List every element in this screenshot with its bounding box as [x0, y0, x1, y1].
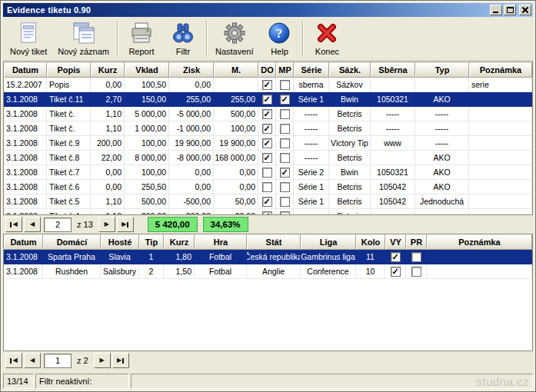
- match-row-cell-domaci: Sparta Praha: [43, 250, 101, 264]
- do-checkbox[interactable]: ✓: [262, 80, 272, 90]
- column-header-popis[interactable]: Popis: [47, 62, 91, 78]
- column-header-zisk[interactable]: Zisk: [169, 62, 214, 78]
- mp-checkbox[interactable]: [280, 80, 290, 90]
- ticket-row-cell-mp: [276, 78, 294, 91]
- mp-checkbox[interactable]: [280, 109, 290, 119]
- mp-checkbox[interactable]: [280, 197, 290, 207]
- toolbar-button-report[interactable]: Report: [121, 18, 162, 58]
- match-row-cell-datum: 3.1.2008: [4, 264, 43, 278]
- column-header-vklad[interactable]: Vklad: [125, 62, 169, 78]
- maximize-button[interactable]: [504, 5, 516, 15]
- toolbar-button-novy-tiket[interactable]: Nový tiket: [5, 18, 52, 58]
- column-header-sberna[interactable]: Sběrna: [371, 62, 415, 78]
- mp-checkbox[interactable]: ✓: [280, 95, 290, 105]
- ticket-row-cell-do: [258, 165, 276, 179]
- ticket-row-cell-serie: -----: [294, 136, 329, 150]
- column-header-hra[interactable]: Hra: [195, 234, 247, 250]
- toolbar-button-filtr[interactable]: Filtr: [162, 18, 204, 58]
- do-checkbox[interactable]: ✓: [262, 153, 272, 163]
- ticket-row[interactable]: 3.1.2008Tiket č.51,10500,00-500,0050,00✓…: [4, 194, 532, 209]
- column-header-poznamka[interactable]: Poznámka: [469, 62, 532, 78]
- column-header-kurz[interactable]: Kurz: [91, 62, 125, 78]
- ticket-row-cell-sberna: 105042: [371, 194, 415, 208]
- do-checkbox[interactable]: ✓: [262, 138, 272, 148]
- column-header-typ[interactable]: Typ: [415, 62, 469, 78]
- column-header-kurz[interactable]: Kurz: [164, 234, 195, 250]
- ticket-row-cell-mp: [276, 151, 294, 164]
- ticket-row[interactable]: 15.2.2007Popis0,00100,500,00✓sbernaSázko…: [4, 78, 532, 92]
- column-header-poznamka[interactable]: Poznámka: [427, 234, 532, 250]
- vy-checkbox[interactable]: ✓: [391, 267, 401, 277]
- toolbar-button-help[interactable]: ?Help: [258, 18, 300, 58]
- mp-checkbox[interactable]: [280, 124, 290, 134]
- do-checkbox[interactable]: ✓: [262, 95, 272, 105]
- column-header-stat[interactable]: Stát: [247, 234, 301, 250]
- mp-checkbox[interactable]: [280, 153, 290, 163]
- ticket-row-cell-kurz: 0,00: [91, 78, 125, 91]
- ticket-row[interactable]: 3.1.2008Tiket č.1,101 000,00-1 000,00100…: [4, 121, 532, 136]
- mp-checkbox[interactable]: [280, 182, 290, 192]
- ticket-row-cell-kurz: 2,70: [91, 92, 125, 106]
- match-row-cell-kurz: 1,50: [164, 264, 195, 278]
- mp-checkbox[interactable]: [280, 138, 290, 148]
- tickets-next-page-button[interactable]: ▶: [98, 217, 115, 232]
- column-header-m[interactable]: M.: [214, 62, 258, 78]
- column-header-vy[interactable]: VY: [385, 234, 406, 250]
- do-checkbox[interactable]: [262, 182, 272, 192]
- do-checkbox[interactable]: ✓: [262, 211, 272, 215]
- toolbar-button-nastaveni[interactable]: Nastavení: [210, 18, 259, 58]
- do-checkbox[interactable]: ✓: [262, 109, 272, 119]
- column-header-serie[interactable]: Série: [294, 62, 329, 78]
- ticket-row[interactable]: 3.1.2008Tiket č.41,10200,00-200,0020,00✓…: [4, 209, 532, 214]
- ticket-row[interactable]: 3.1.2008Tiket č.60,00250,500,000,00Série…: [4, 180, 532, 194]
- toolbar-button-konec[interactable]: Konec: [306, 18, 348, 58]
- tickets-prev-page-button[interactable]: ◀: [24, 217, 41, 232]
- do-checkbox[interactable]: [262, 168, 272, 178]
- ticket-row-cell-poznamka: [469, 92, 532, 106]
- column-header-datum[interactable]: Datum: [4, 234, 43, 250]
- column-header-liga[interactable]: Liga: [301, 234, 356, 250]
- toolbar-button-label: Report: [128, 47, 154, 56]
- matches-prev-page-button[interactable]: ◀: [24, 353, 41, 368]
- match-row[interactable]: 3.1.2008RushdenSalisbury21,50FotbalAngli…: [4, 264, 532, 279]
- pr-checkbox[interactable]: [411, 252, 421, 262]
- do-checkbox[interactable]: ✓: [262, 124, 272, 134]
- column-header-tip[interactable]: Tip: [139, 234, 164, 250]
- ticket-row[interactable]: 3.1.2008Tiket č.822,008 000,00-8 000,001…: [4, 151, 532, 165]
- mp-checkbox[interactable]: ✓: [280, 168, 290, 178]
- match-row-cell-liga: Conference: [301, 264, 356, 278]
- ticket-row-cell-mp: ✓: [276, 92, 294, 106]
- matches-last-page-button[interactable]: ▶: [112, 353, 129, 368]
- column-header-sazk[interactable]: Sázk.: [329, 62, 371, 78]
- matches-next-page-button[interactable]: ▶: [94, 353, 111, 368]
- ticket-row[interactable]: 3.1.2008Tiket č.1,105 000,00-5 000,00500…: [4, 107, 532, 121]
- ticket-row[interactable]: 3.1.2008Tiket č.70,00100,000,000,00✓Séri…: [4, 165, 532, 180]
- column-header-kolo[interactable]: Kolo: [356, 234, 385, 250]
- ticket-row[interactable]: 3.1.2008Tiket č.112,70150,00255,00255,00…: [4, 92, 532, 107]
- ticket-row-cell-sberna: -----: [371, 121, 415, 135]
- minimize-button[interactable]: [490, 5, 502, 15]
- tickets-first-page-button[interactable]: ◀: [5, 217, 22, 232]
- ticket-row-cell-popis: Tiket č.5: [47, 194, 91, 208]
- matches-page-input[interactable]: [44, 354, 72, 368]
- column-header-hoste[interactable]: Hosté: [101, 234, 139, 250]
- ticket-row-cell-typ: [415, 78, 469, 91]
- do-checkbox[interactable]: ✓: [262, 197, 272, 207]
- column-header-mp[interactable]: MP: [276, 62, 294, 78]
- close-button[interactable]: [519, 5, 531, 15]
- matches-first-page-button[interactable]: ◀: [5, 353, 22, 368]
- match-row-cell-hra: Fotbal: [195, 250, 247, 264]
- toolbar-button-novy-zaznam[interactable]: Nový záznam: [52, 18, 115, 58]
- match-row[interactable]: 3.1.2008Sparta PrahaSlavia11,80FotbalČes…: [4, 250, 532, 264]
- vy-checkbox[interactable]: ✓: [391, 252, 401, 262]
- tickets-last-page-button[interactable]: ▶: [117, 217, 134, 232]
- ticket-row-cell-datum: 3.1.2008: [4, 180, 47, 194]
- column-header-domaci[interactable]: Domácí: [43, 234, 101, 250]
- mp-checkbox[interactable]: [280, 211, 290, 215]
- column-header-do[interactable]: DO: [258, 62, 276, 78]
- ticket-row[interactable]: 3.1.2008Tiket č.9200,00100,0019 900,0019…: [4, 136, 532, 151]
- pr-checkbox[interactable]: [411, 267, 421, 277]
- column-header-datum[interactable]: Datum: [4, 62, 47, 78]
- tickets-page-input[interactable]: [44, 218, 72, 232]
- column-header-pr[interactable]: PR: [406, 234, 427, 250]
